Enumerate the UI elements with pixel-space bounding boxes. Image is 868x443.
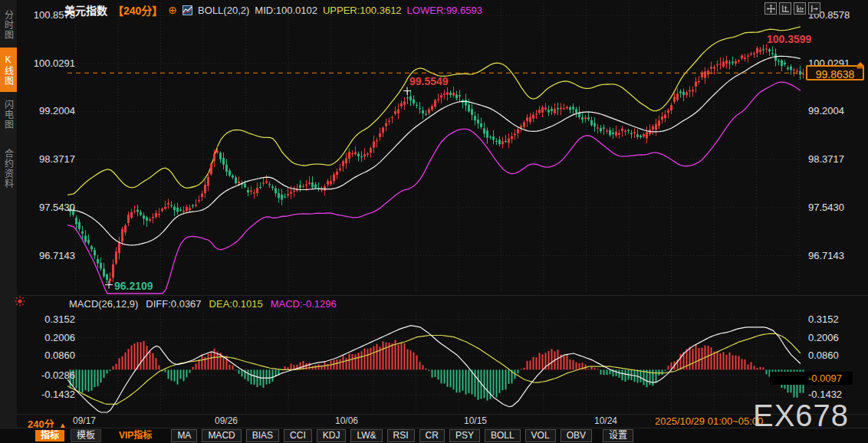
- toolbar-button-rsi[interactable]: RSI: [387, 429, 415, 442]
- macd-axis-label-left: 0.3152: [18, 313, 75, 325]
- sidebar-item-time-chart[interactable]: 分时图: [0, 4, 17, 46]
- x-axis-date-label: 09/26: [203, 415, 249, 426]
- price-axis-label-right: 96.7143: [808, 250, 844, 261]
- chart-tools: [764, 2, 820, 15]
- x-axis-date-label: 10/06: [324, 415, 370, 426]
- macd-diff-value: DIFF:0.0367: [146, 298, 201, 310]
- toolbar-button-template[interactable]: 模板: [71, 429, 101, 442]
- macd-current-badge: -0.0097: [770, 372, 853, 385]
- macd-title: MACD(26,12,9): [69, 298, 138, 310]
- sidebar-item-contract-info[interactable]: 合约资料: [0, 139, 17, 198]
- toolbar-button-ma[interactable]: MA: [171, 429, 197, 442]
- price-axis-label-left: 97.5430: [18, 202, 75, 213]
- bottom-toolbar: 指标模板VIP指标MAMACDBIASCCIKDJLW&RSICRPSYBOLL…: [0, 428, 868, 443]
- current-bar-datetime: 2025/10/29 01:00~05:00: [653, 415, 765, 427]
- alert-sun-icon[interactable]: [15, 296, 25, 310]
- x-axis-date-label: 10/15: [452, 415, 498, 426]
- low-price-annotation: 96.2109: [114, 280, 153, 292]
- chart-header: 美元指数 【240分】 ⊕ BOLL(20,2) MID:100.0102 UP…: [64, 2, 482, 18]
- sidebar-item-kline-chart[interactable]: K线图: [0, 48, 17, 92]
- scale-y-axis-icon[interactable]: [779, 2, 791, 15]
- high-price-annotation: 100.3599: [767, 33, 811, 45]
- toolbar-button-cr[interactable]: CR: [419, 429, 445, 442]
- toolbar-button-indicator[interactable]: 指标: [35, 430, 64, 441]
- boll-mid-value: MID:100.0102: [255, 5, 317, 16]
- boll-indicator-label: BOLL(20,2): [198, 5, 249, 16]
- toolbar-button-settings[interactable]: 设置: [603, 429, 633, 442]
- circle-plus-icon[interactable]: ⊕: [168, 5, 177, 15]
- price-up-arrow-icon: [856, 58, 865, 72]
- chart-canvas[interactable]: [0, 0, 868, 443]
- macd-dea-value: DEA:0.1015: [209, 298, 263, 310]
- symbol-title: 美元指数: [64, 2, 107, 18]
- toolbar-button-vol[interactable]: VOL: [525, 429, 556, 442]
- macd-axis-label-left: -0.0286: [18, 369, 75, 381]
- sidebar: 分时图K线图闪电图合约资料: [0, 0, 17, 443]
- macd-axis-label-left: 0.0860: [18, 349, 75, 361]
- macd-axis-label-left: 0.2006: [18, 332, 75, 343]
- toolbar-button-lwr[interactable]: LW&: [350, 429, 382, 442]
- price-axis-label-left: 98.3717: [18, 153, 75, 165]
- toolbar-button-macd[interactable]: MACD: [202, 429, 241, 442]
- macd-axis-label-left: -0.1432: [18, 389, 75, 400]
- boll-upper-value: UPPER:100.3612: [323, 5, 402, 16]
- move-crosshair-icon[interactable]: [764, 2, 777, 15]
- toolbar-button-cci[interactable]: CCI: [284, 429, 312, 442]
- toolbar-button-obv[interactable]: OBV: [561, 429, 592, 442]
- macd-macd-value: MACD:-0.1296: [271, 298, 337, 310]
- boll-lower-value: LOWER:99.6593: [407, 5, 482, 16]
- price-axis-label-left: 96.7143: [18, 250, 75, 261]
- toolbar-button-boll[interactable]: BOLL: [485, 429, 521, 442]
- mini-chart-icon[interactable]: [182, 5, 192, 15]
- macd-axis-label-right: 0.3152: [808, 313, 839, 325]
- price-axis-label-right: 99.2004: [808, 105, 844, 116]
- toolbar-button-psy[interactable]: PSY: [449, 429, 480, 442]
- scale-x-axis-icon[interactable]: [794, 2, 806, 15]
- x-axis-date-label: 10/24: [583, 415, 629, 426]
- toolbar-button-kdj[interactable]: KDJ: [317, 429, 347, 442]
- price-axis-label-left: 99.2004: [18, 105, 75, 116]
- period-label: 【240分】: [113, 2, 163, 18]
- macd-axis-label-right: 0.0860: [808, 349, 839, 361]
- peak-price-annotation: 99.5549: [409, 75, 449, 87]
- shift-right-icon[interactable]: [808, 2, 820, 15]
- toolbar-button-vip-indicator[interactable]: VIP指标: [113, 430, 157, 441]
- macd-axis-label-right: 0.2006: [808, 332, 839, 343]
- price-axis-label-left: 100.0291: [18, 57, 75, 69]
- app: 分时图K线图闪电图合约资料 美元指数 【240分】 ⊕ BOLL(20,2) M…: [0, 0, 868, 443]
- x-axis-date-label: 09/17: [61, 415, 107, 426]
- price-axis-label-right: 98.3717: [808, 153, 844, 165]
- macd-header: MACD(26,12,9) DIFF:0.0367 DEA:0.1015 MAC…: [69, 298, 337, 310]
- price-axis-label-right: 97.5430: [808, 202, 844, 213]
- sidebar-item-flash-chart[interactable]: 闪电图: [0, 94, 17, 136]
- toolbar-button-bias[interactable]: BIAS: [246, 429, 279, 442]
